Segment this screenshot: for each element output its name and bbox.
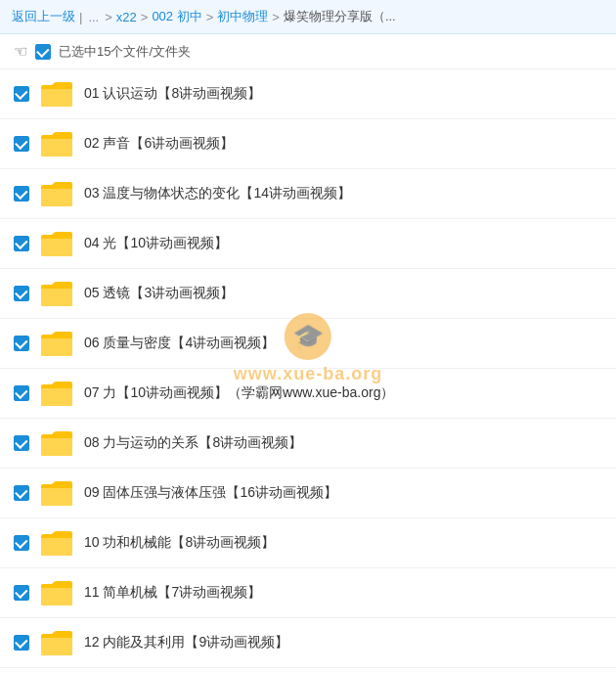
folder-icon [39,329,74,358]
folder-icon [39,129,74,158]
list-item[interactable]: 09 固体压强与液体压强【16讲动画视频】 [0,469,616,518]
file-checkbox[interactable] [14,535,29,551]
file-checkbox[interactable] [14,635,29,651]
list-item[interactable]: 03 温度与物体状态的变化【14讲动画视频】 [0,169,616,219]
list-item[interactable]: 08 力与运动的关系【8讲动画视频】 [0,419,616,469]
file-checkbox[interactable] [14,186,29,202]
file-name: 05 透镜【3讲动画视频】 [84,285,602,302]
folder-icon [39,229,74,258]
file-checkbox[interactable] [14,435,29,451]
select-all-label: 已选中15个文件/文件夹 [59,43,191,61]
breadcrumb-sep1: | [79,10,82,24]
folder-icon [39,379,74,408]
file-name: 07 力【10讲动画视频】（学霸网www.xue-ba.org） [84,384,602,402]
select-all-row[interactable]: ☜ 已选中15个文件/文件夹 [0,34,616,69]
list-item[interactable]: 12 内能及其利用【9讲动画视频】 [0,618,616,668]
list-item[interactable]: 05 透镜【3讲动画视频】 [0,269,616,319]
file-name: 10 功和机械能【8讲动画视频】 [84,534,602,552]
file-name: 12 内能及其利用【9讲动画视频】 [84,634,602,652]
list-item[interactable]: 10 功和机械能【8讲动画视频】 [0,518,616,568]
file-name: 02 声音【6讲动画视频】 [84,135,602,153]
breadcrumb-sep4: > [206,10,214,24]
file-checkbox[interactable] [14,485,29,501]
list-item[interactable]: 02 声音【6讲动画视频】 [0,119,616,169]
breadcrumb-physics[interactable]: 初中物理 [217,8,268,25]
breadcrumb-002[interactable]: 002 初中 [152,8,201,25]
folder-icon [39,79,74,109]
file-checkbox[interactable] [14,336,29,351]
file-checkbox[interactable] [14,585,29,601]
folder-icon [39,179,74,208]
file-name: 03 温度与物体状态的变化【14讲动画视频】 [84,185,602,202]
select-all-checkbox[interactable] [35,44,51,60]
file-list: 01 认识运动【8讲动画视频】 02 声音【6讲动画视频】 03 温度与物体状态… [0,69,616,668]
list-item[interactable]: 07 力【10讲动画视频】（学霸网www.xue-ba.org） [0,369,616,419]
breadcrumb: 返回上一级 | ... > x22 > 002 初中 > 初中物理 > 爆笑物理… [0,0,616,34]
file-name: 04 光【10讲动画视频】 [84,235,602,252]
breadcrumb-sep2: > [105,10,112,24]
breadcrumb-sep5: > [272,10,280,24]
breadcrumb-current: 爆笑物理分享版（... [284,8,396,25]
file-name: 06 质量与密度【4讲动画视频】 [84,335,602,352]
file-name: 08 力与运动的关系【8讲动画视频】 [84,434,602,452]
list-item[interactable]: 04 光【10讲动画视频】 [0,219,616,269]
breadcrumb-ellipsis: ... [88,10,99,24]
breadcrumb-sep3: > [141,10,149,24]
folder-icon [39,428,74,458]
breadcrumb-back[interactable]: 返回上一级 [12,8,75,25]
list-item[interactable]: 06 质量与密度【4讲动画视频】 [0,319,616,369]
file-checkbox[interactable] [14,385,29,401]
file-checkbox[interactable] [14,236,29,251]
file-checkbox[interactable] [14,136,29,152]
file-name: 01 认识运动【8讲动画视频】 [84,85,602,103]
breadcrumb-x22[interactable]: x22 [116,10,137,24]
folder-icon [39,578,74,607]
folder-icon [39,528,74,558]
folder-icon [39,628,74,657]
file-checkbox[interactable] [14,286,29,301]
file-checkbox[interactable] [14,86,29,102]
folder-icon [39,279,74,308]
file-name: 09 固体压强与液体压强【16讲动画视频】 [84,484,602,502]
file-name: 11 简单机械【7讲动画视频】 [84,584,602,602]
list-item[interactable]: 11 简单机械【7讲动画视频】 [0,568,616,618]
cursor-icon: ☜ [14,42,27,61]
folder-icon [39,478,74,508]
list-item[interactable]: 01 认识运动【8讲动画视频】 [0,69,616,119]
